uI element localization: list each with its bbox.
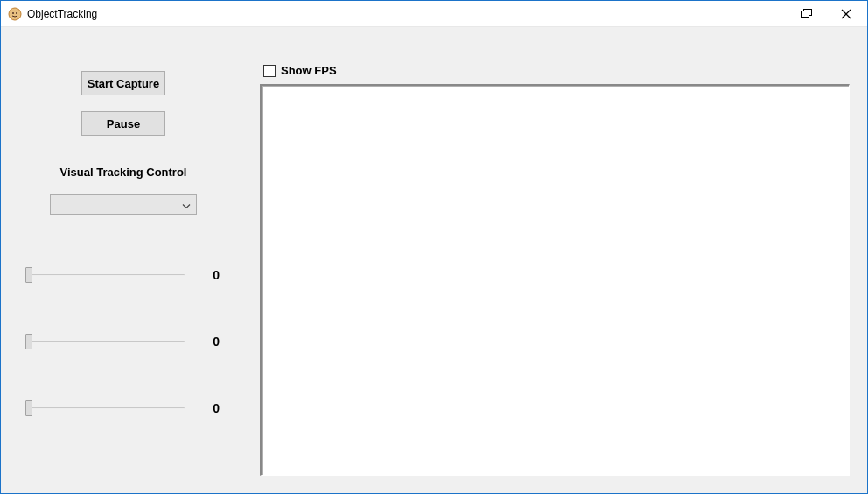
slider-1-track[interactable]: [25, 267, 185, 283]
slider-2-value: 0: [195, 335, 220, 349]
svg-point-2: [16, 12, 18, 14]
titlebar: ObjectTracking: [1, 1, 867, 27]
close-button[interactable]: [826, 2, 865, 26]
svg-point-1: [12, 12, 14, 14]
maximize-button[interactable]: [787, 2, 826, 26]
show-fps-row[interactable]: Show FPS: [263, 64, 850, 77]
slider-3-thumb[interactable]: [25, 400, 32, 416]
app-window: ObjectTracking Start Capture Pause Visua…: [0, 0, 868, 494]
slider-2: 0: [25, 334, 220, 349]
left-panel: Start Capture Pause Visual Tracking Cont…: [1, 27, 246, 493]
svg-rect-5: [802, 11, 808, 17]
show-fps-checkbox[interactable]: [263, 65, 276, 77]
svg-point-0: [9, 8, 21, 20]
slider-2-track[interactable]: [25, 334, 185, 349]
app-icon: [8, 7, 22, 21]
slider-3: 0: [25, 400, 220, 416]
show-fps-label: Show FPS: [281, 64, 337, 77]
client-area: Start Capture Pause Visual Tracking Cont…: [1, 27, 867, 493]
right-panel: Show FPS: [260, 64, 850, 476]
pause-button[interactable]: Pause: [81, 111, 165, 136]
visual-tracking-label: Visual Tracking Control: [10, 166, 237, 179]
video-display-panel: [260, 84, 850, 476]
slider-3-track[interactable]: [25, 400, 185, 416]
slider-2-thumb[interactable]: [25, 334, 32, 349]
slider-1: 0: [25, 267, 220, 283]
window-title: ObjectTracking: [27, 8, 97, 20]
chevron-down-icon: [182, 198, 191, 211]
slider-1-value: 0: [195, 268, 220, 282]
sliders-group: 0 0 0: [10, 267, 237, 416]
slider-3-value: 0: [195, 401, 220, 415]
slider-1-thumb[interactable]: [25, 267, 32, 283]
start-capture-button[interactable]: Start Capture: [81, 71, 165, 95]
tracking-mode-dropdown[interactable]: [50, 194, 197, 215]
